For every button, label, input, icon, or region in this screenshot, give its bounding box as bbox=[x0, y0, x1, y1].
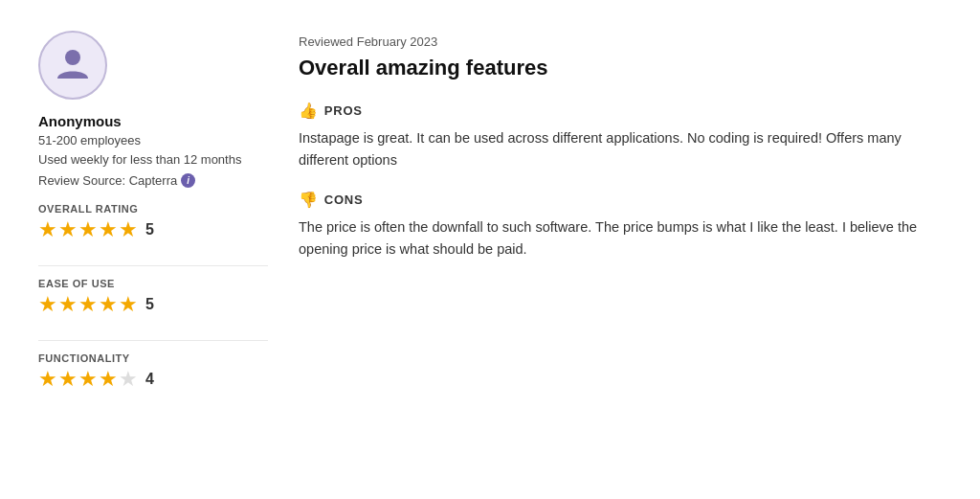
functionality-label: FUNCTIONALITY bbox=[38, 352, 154, 364]
reviewer-company: 51-200 employees bbox=[38, 133, 141, 147]
left-panel: Anonymous 51-200 employees Used weekly f… bbox=[38, 31, 268, 468]
star-3: ★ bbox=[78, 219, 98, 240]
functionality-number: 4 bbox=[145, 371, 154, 388]
right-panel: Reviewed February 2023 Overall amazing f… bbox=[299, 31, 942, 468]
ease-of-use-stars: ★ ★ ★ ★ ★ bbox=[38, 294, 138, 315]
eou-star-2: ★ bbox=[58, 294, 78, 315]
overall-rating-number: 5 bbox=[145, 221, 154, 238]
eou-star-4: ★ bbox=[99, 294, 118, 315]
star-4: ★ bbox=[99, 219, 118, 240]
ease-of-use-section: EASE OF USE ★ ★ ★ ★ ★ 5 bbox=[38, 278, 154, 315]
cons-label: CONS bbox=[324, 193, 364, 207]
overall-rating-stars-row: ★ ★ ★ ★ ★ 5 bbox=[38, 219, 154, 240]
func-star-4: ★ bbox=[99, 369, 118, 390]
overall-rating-section: OVERALL RATING ★ ★ ★ ★ ★ 5 bbox=[38, 203, 154, 240]
reviewer-name: Anonymous bbox=[38, 113, 122, 129]
star-1: ★ bbox=[38, 219, 57, 240]
reviewer-usage: Used weekly for less than 12 months bbox=[38, 151, 241, 170]
cons-heading: 👎 CONS bbox=[299, 191, 942, 209]
divider-1 bbox=[38, 265, 268, 266]
functionality-section: FUNCTIONALITY ★ ★ ★ ★ ★ 4 bbox=[38, 352, 154, 390]
review-title: Overall amazing features bbox=[299, 55, 942, 82]
functionality-stars-row: ★ ★ ★ ★ ★ 4 bbox=[38, 369, 154, 390]
avatar bbox=[38, 31, 107, 100]
thumbs-down-icon: 👎 bbox=[299, 191, 319, 209]
ease-of-use-label: EASE OF USE bbox=[38, 278, 154, 289]
pros-heading: 👍 PROS bbox=[299, 102, 942, 120]
thumbs-up-icon: 👍 bbox=[299, 102, 319, 120]
review-source-text: Review Source: Capterra bbox=[38, 173, 177, 188]
overall-rating-label: OVERALL RATING bbox=[38, 203, 154, 215]
eou-star-1: ★ bbox=[38, 294, 57, 315]
svg-point-0 bbox=[65, 50, 80, 65]
user-icon bbox=[54, 44, 92, 86]
review-date: Reviewed February 2023 bbox=[299, 34, 942, 49]
info-icon[interactable]: i bbox=[181, 173, 195, 188]
review-source: Review Source: Capterra i bbox=[38, 173, 195, 188]
cons-text: The price is often the downfall to such … bbox=[299, 216, 942, 261]
func-star-2: ★ bbox=[58, 369, 78, 390]
ease-of-use-number: 5 bbox=[145, 296, 154, 313]
star-5: ★ bbox=[119, 219, 138, 240]
pros-label: PROS bbox=[324, 103, 363, 118]
ease-of-use-stars-row: ★ ★ ★ ★ ★ 5 bbox=[38, 294, 154, 315]
eou-star-3: ★ bbox=[78, 294, 98, 315]
func-star-5: ★ bbox=[119, 369, 138, 390]
divider-2 bbox=[38, 340, 268, 341]
star-2: ★ bbox=[58, 219, 78, 240]
pros-text: Instapage is great. It can be used acros… bbox=[299, 127, 942, 171]
overall-stars: ★ ★ ★ ★ ★ bbox=[38, 219, 138, 240]
func-star-1: ★ bbox=[38, 369, 57, 390]
review-card: Anonymous 51-200 employees Used weekly f… bbox=[0, 0, 980, 499]
func-star-3: ★ bbox=[78, 369, 98, 390]
functionality-stars: ★ ★ ★ ★ ★ bbox=[38, 369, 138, 390]
eou-star-5: ★ bbox=[119, 294, 138, 315]
